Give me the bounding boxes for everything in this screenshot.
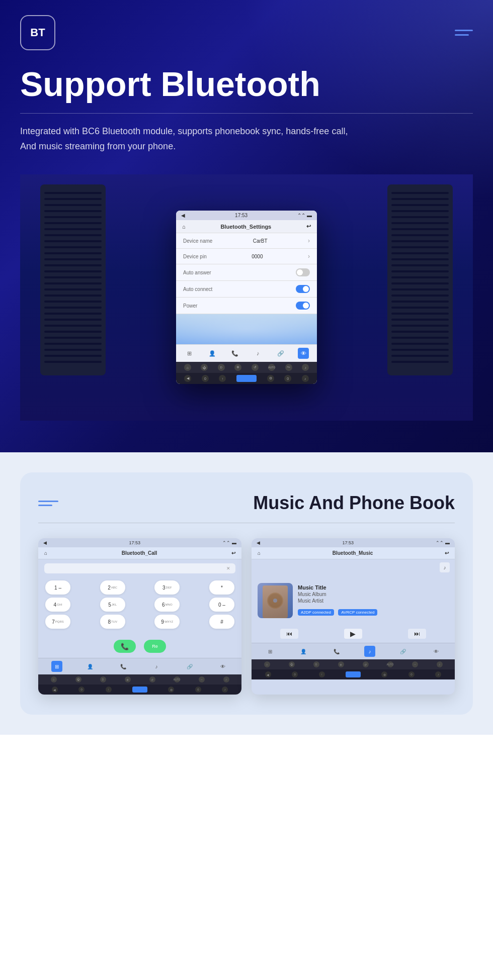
ms-nav-grid[interactable]: ⊞	[265, 646, 276, 657]
ctrl2-mode[interactable]: ⚙	[267, 375, 274, 382]
ctrl2-vol2[interactable]: ♪	[302, 375, 309, 382]
ms-ctrl-dual[interactable]: D	[313, 661, 319, 667]
ps-ctrl-home[interactable]: ⌂	[51, 676, 57, 682]
ms-play-button[interactable]: ▶	[344, 629, 362, 639]
ms-ctrl2-0[interactable]: 0	[292, 671, 298, 677]
ms-next-button[interactable]: ⏭	[408, 629, 426, 639]
ctrl-wave[interactable]: 〜	[285, 364, 292, 371]
ps-ctrl2-vol2[interactable]: ♪	[222, 687, 228, 693]
power-toggle[interactable]	[296, 302, 310, 310]
ps-call-button[interactable]: 📞	[114, 640, 136, 653]
nav-grid-icon[interactable]: ⊞	[184, 348, 195, 359]
ps-key-6[interactable]: 6MNO	[154, 598, 180, 612]
ps-ctrl-power[interactable]: ⏻	[75, 676, 81, 682]
screen-time: 17:53	[235, 213, 248, 218]
ps-ctrl-vol[interactable]: ♪	[223, 676, 229, 682]
section2-menu-button[interactable]	[38, 501, 58, 506]
ctrl-dual[interactable]: D	[218, 364, 225, 371]
ps-nav-music[interactable]: ♪	[151, 661, 162, 672]
ps-nav-phone[interactable]: 📞	[118, 661, 129, 672]
ps-nav-eye[interactable]: 👁	[217, 661, 228, 672]
menu-button[interactable]	[455, 30, 473, 36]
ps-ctrl2-back[interactable]: ◀	[52, 687, 58, 693]
ms-ctrl-snow[interactable]: ❄	[338, 661, 344, 667]
ps-controls-bar: ⌂ ⏻ D ❄ ↺ AUTO → ♪	[38, 674, 241, 684]
ps-ctrl-snow[interactable]: ❄	[125, 676, 131, 682]
ps-key-5[interactable]: 5JKL	[100, 598, 125, 612]
ps-controls-bar2: ◀ 0 ↑ ⚙ 0 ♪	[38, 684, 241, 695]
device-name-value: CarBT	[253, 238, 268, 244]
ps-nav-person[interactable]: 👤	[85, 661, 96, 672]
ctrl2-0b[interactable]: 0	[284, 375, 291, 382]
nav-eye-icon[interactable]: 👁	[298, 348, 309, 359]
ps-ctrl-arrow[interactable]: →	[199, 676, 205, 682]
ps-key-0[interactable]: 0 –	[209, 598, 234, 612]
ms-ctrl2-slider[interactable]	[346, 671, 361, 677]
nav-person-icon[interactable]: 👤	[207, 348, 218, 359]
nav-link-icon[interactable]: 🔗	[275, 348, 286, 359]
vent-lines-right	[387, 184, 453, 375]
ps-key-7[interactable]: 7PQRS	[45, 615, 70, 629]
ps-ctrl-auto[interactable]: AUTO	[174, 676, 180, 682]
ctrl2-up[interactable]: ↑	[219, 375, 226, 382]
ms-nav-eye[interactable]: 👁	[431, 646, 442, 657]
ctrl-loop[interactable]: ↺	[252, 364, 259, 371]
ms-ctrl2-back[interactable]: ◀	[265, 671, 271, 677]
ms-ctrl-auto[interactable]: AUTO	[387, 661, 393, 667]
ps-key-star[interactable]: *	[209, 580, 234, 595]
ps-key-1[interactable]: 1 –	[45, 580, 70, 595]
ps-ctrl-dual[interactable]: D	[100, 676, 106, 682]
ctrl2-back[interactable]: ◀	[184, 375, 191, 382]
ps-ctrl2-0[interactable]: 0	[78, 687, 85, 693]
ps-key-2[interactable]: 2ABC	[100, 580, 125, 595]
auto-connect-toggle[interactable]	[296, 285, 310, 293]
ctrl2-slider[interactable]	[236, 375, 257, 382]
ms-ctrl-loop[interactable]: ↺	[363, 661, 369, 667]
ps-key-4[interactable]: 4GHI	[45, 598, 70, 612]
ps-search-bar[interactable]: ✕	[44, 563, 235, 573]
ctrl-vol[interactable]: ♪	[302, 364, 309, 371]
ps-nav-link[interactable]: 🔗	[184, 661, 195, 672]
nav-music-icon[interactable]: ♪	[253, 348, 264, 359]
ps-ctrl2-slider[interactable]	[132, 687, 147, 693]
ms-ctrl-vol[interactable]: ♪	[437, 661, 443, 667]
ms-nav-person[interactable]: 👤	[298, 646, 309, 657]
ps-key-3[interactable]: 3DEF	[154, 580, 180, 595]
ps-nav-grid[interactable]: ⊞	[51, 661, 62, 672]
ms-ctrl2-vol2[interactable]: ♪	[435, 671, 441, 677]
ps-redial-button[interactable]: Re	[144, 640, 166, 653]
ps-key-9[interactable]: 9WXYZ	[154, 615, 180, 629]
ctrl-auto[interactable]: AUTO	[268, 364, 275, 371]
ms-ctrl2-0b[interactable]: 0	[408, 671, 415, 677]
ms-music-icon-btn[interactable]: ♪	[440, 562, 450, 572]
ps-key-8[interactable]: 8TUV	[100, 615, 125, 629]
ctrl2-0[interactable]: 0	[202, 375, 209, 382]
ps-ctrl2-up[interactable]: ↑	[106, 687, 112, 693]
hero-section: BT Support Bluetooth Integrated with BC6…	[0, 0, 493, 452]
ctrl-snow[interactable]: ❄	[234, 364, 241, 371]
ms-ctrl-home[interactable]: ⌂	[264, 661, 270, 667]
ms-ctrl2-mode[interactable]: ⚙	[381, 671, 387, 677]
ms-nav-phone[interactable]: 📞	[331, 646, 342, 657]
ps-search-close[interactable]: ✕	[226, 566, 230, 571]
ms-nav-music[interactable]: ♪	[364, 646, 375, 657]
bluetooth-screen: ◀ 17:53 ⌃⌃ ▬ ⌂ Bluetooth_Settings ↩ Devi…	[176, 211, 317, 384]
ps-status-bar: ◀ 17:53 ⌃⌃ ▬	[38, 538, 241, 547]
auto-answer-toggle[interactable]	[296, 268, 310, 276]
ms-ctrl-power[interactable]: ⏻	[289, 661, 295, 667]
ms-prev-button[interactable]: ⏮	[280, 629, 298, 639]
right-vent	[387, 184, 453, 375]
screen-title-bar: ⌂ Bluetooth_Settings ↩	[176, 220, 317, 233]
ctrl-power[interactable]: ⏻	[201, 364, 208, 371]
ms-ctrl2-up[interactable]: ↑	[319, 671, 325, 677]
nav-phone-icon[interactable]: 📞	[229, 348, 240, 359]
ms-nav-link[interactable]: 🔗	[397, 646, 408, 657]
ps-ctrl2-0b[interactable]: 0	[195, 687, 201, 693]
ms-ctrl-arrow[interactable]: →	[412, 661, 418, 667]
ps-key-hash[interactable]: #	[209, 615, 234, 629]
vent-lines-left	[40, 184, 106, 375]
ps-ctrl-loop[interactable]: ↺	[149, 676, 155, 682]
ps-bottom-nav: ⊞ 👤 📞 ♪ 🔗 👁	[38, 658, 241, 674]
ps-ctrl2-mode[interactable]: ⚙	[168, 687, 174, 693]
ctrl-home[interactable]: ⌂	[184, 364, 191, 371]
